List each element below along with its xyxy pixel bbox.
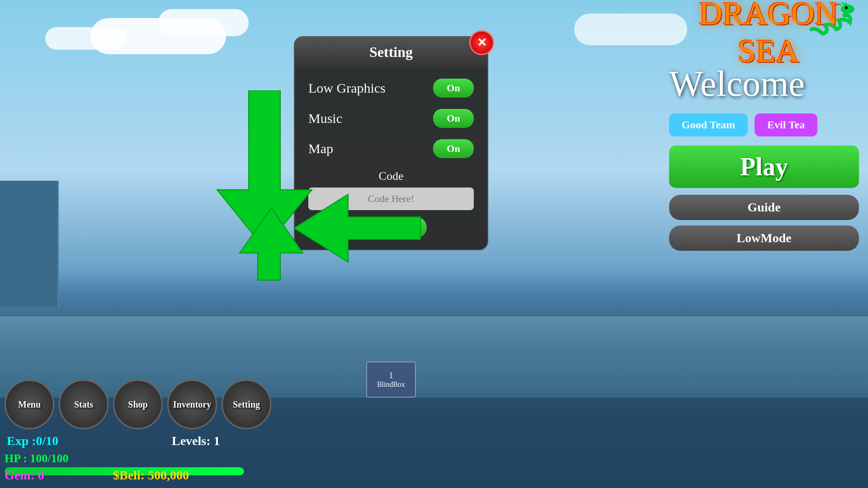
settings-body: Low Graphics On Music On Map On Code Ent… [295, 67, 487, 249]
settings-modal: ✕ Setting Low Graphics On Music On Map O… [294, 36, 488, 250]
cloud-4 [574, 14, 687, 45]
stats-button[interactable]: Stats [59, 380, 108, 429]
lowmode-button[interactable]: LowMode [669, 225, 859, 251]
low-graphics-row: Low Graphics On [308, 79, 474, 98]
logo-text: DRAGON SEA [683, 0, 854, 70]
evil-team-button[interactable]: Evil Tea [755, 113, 817, 136]
gem-text: Gem: 0 [5, 468, 44, 483]
code-section: Code Enter [308, 169, 474, 238]
low-graphics-label: Low Graphics [308, 80, 386, 96]
settings-title: Setting [369, 44, 413, 60]
play-button[interactable]: Play [669, 145, 859, 188]
exp-text: Exp :0/10 [7, 434, 58, 448]
shop-button[interactable]: Shop [113, 380, 163, 429]
right-panel: Welcome Good Team Evil Tea Play Guide Lo… [669, 63, 859, 256]
beli-text: $Beli: 500,000 [113, 468, 189, 483]
blind-box[interactable]: 1 BlindBox [366, 361, 416, 398]
good-team-button[interactable]: Good Team [669, 113, 748, 136]
enter-button[interactable]: Enter [355, 217, 427, 238]
blind-box-number: 1 [389, 371, 393, 380]
nav-bar: Menu Stats Shop Inventory Setting [0, 380, 271, 429]
guide-button[interactable]: Guide [669, 195, 859, 220]
music-label: Music [308, 111, 342, 126]
cloud-2 [158, 9, 249, 36]
menu-button[interactable]: Menu [5, 380, 54, 429]
blind-box-label: BlindBox [377, 380, 405, 389]
settings-title-bar: Setting [295, 37, 487, 67]
map-toggle[interactable]: On [433, 139, 474, 158]
cloud-3 [45, 27, 127, 50]
music-toggle[interactable]: On [433, 109, 474, 128]
code-input[interactable] [308, 188, 474, 210]
hud: Menu Stats Shop Inventory Setting Exp :0… [0, 398, 868, 488]
code-label: Code [308, 169, 474, 183]
inventory-button[interactable]: Inventory [167, 380, 217, 429]
welcome-text: Welcome [669, 63, 859, 104]
map-row: Map On [308, 139, 474, 158]
map-label: Map [308, 141, 333, 156]
logo-area: DRAGON SEA [683, 2, 854, 70]
levels-text: Levels: 1 [172, 434, 220, 448]
team-buttons-container: Good Team Evil Tea [669, 113, 859, 136]
music-row: Music On [308, 109, 474, 128]
low-graphics-toggle[interactable]: On [433, 79, 474, 98]
close-button[interactable]: ✕ [469, 30, 494, 55]
stats-area: Exp :0/10 Levels: 1 HP : 100/100 Gem: 0 … [0, 429, 271, 488]
blue-block [0, 181, 59, 307]
setting-nav-button[interactable]: Setting [222, 380, 271, 429]
hp-label: HP : 100/100 [5, 452, 69, 465]
